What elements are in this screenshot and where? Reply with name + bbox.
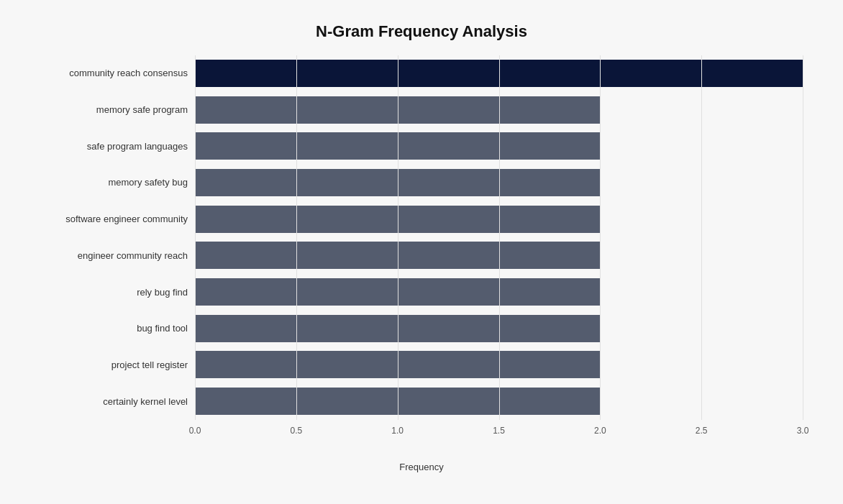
bar (195, 206, 600, 233)
grid-line (803, 55, 803, 420)
bar (195, 278, 600, 306)
bars-section: community reach consensusmemory safe pro… (40, 55, 803, 420)
y-label: safe program languages (40, 128, 195, 165)
bar-row (195, 274, 803, 311)
y-label: engineer community reach (40, 237, 195, 274)
x-tick-label: 1.0 (391, 426, 404, 436)
x-tick-label: 0.5 (290, 426, 302, 436)
chart-title: N-Gram Frequency Analysis (40, 22, 803, 41)
x-tick-label: 3.0 (797, 426, 809, 436)
y-label: software engineer community (40, 201, 195, 237)
chart-area: community reach consensusmemory safe pro… (40, 55, 803, 472)
x-axis-labels: 0.00.51.01.52.02.53.0 (195, 426, 803, 440)
bar (195, 315, 600, 342)
y-label: bug find tool (40, 310, 195, 347)
bar-row (195, 128, 803, 165)
bar-row (195, 383, 803, 420)
y-label: community reach consensus (40, 55, 195, 92)
bars-and-grid (195, 55, 803, 420)
bar (195, 388, 600, 415)
y-label: memory safe program (40, 91, 195, 128)
bar-row (195, 201, 803, 237)
bar-row (195, 91, 803, 128)
x-tick-label: 1.5 (493, 426, 505, 436)
y-labels: community reach consensusmemory safe pro… (40, 55, 195, 420)
y-label: memory safety bug (40, 165, 195, 201)
y-label: certainly kernel level (40, 383, 195, 420)
bar (195, 169, 600, 196)
x-tick-label: 2.0 (594, 426, 606, 436)
y-label: project tell register (40, 347, 195, 383)
bar-row (195, 237, 803, 274)
bar-row (195, 310, 803, 347)
bar (195, 351, 600, 378)
bar (195, 96, 600, 124)
bar (195, 242, 600, 269)
x-tick-label: 2.5 (696, 426, 708, 436)
x-tick-label: 0.0 (189, 426, 201, 436)
x-axis-title: Frequency (40, 462, 803, 472)
bar-row (195, 347, 803, 383)
bar-row (195, 55, 803, 92)
bar (195, 132, 600, 160)
bar-row (195, 165, 803, 201)
y-label: rely bug find (40, 274, 195, 311)
chart-container: N-Gram Frequency Analysis community reac… (26, 8, 817, 497)
bar (195, 60, 803, 87)
